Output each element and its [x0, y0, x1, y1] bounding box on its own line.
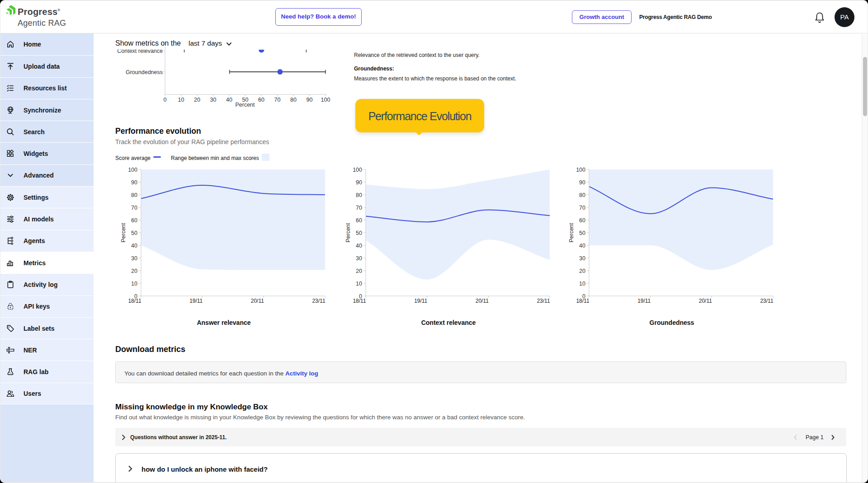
svg-text:40: 40 [579, 243, 585, 249]
svg-text:80: 80 [290, 97, 297, 103]
svg-text:20/11: 20/11 [699, 298, 712, 304]
svg-text:60: 60 [131, 217, 137, 224]
svg-text:Percent: Percent [345, 223, 351, 243]
svg-text:18/11: 18/11 [353, 298, 366, 304]
svg-text:30: 30 [210, 97, 217, 103]
svg-text:70: 70 [274, 97, 281, 103]
svg-text:60: 60 [579, 217, 585, 224]
svg-text:10: 10 [579, 281, 585, 287]
svg-text:70: 70 [131, 205, 137, 211]
svg-text:23/11: 23/11 [312, 298, 325, 304]
svg-text:Answer relevance: Answer relevance [197, 319, 250, 326]
svg-text:40: 40 [356, 243, 362, 249]
svg-text:50: 50 [579, 230, 585, 236]
svg-text:20: 20 [194, 97, 200, 103]
svg-text:10: 10 [131, 281, 137, 287]
svg-text:50: 50 [356, 230, 362, 236]
svg-text:19/11: 19/11 [637, 298, 651, 304]
svg-text:100: 100 [128, 167, 137, 173]
svg-text:Groundedness: Groundedness [650, 319, 694, 326]
svg-text:18/11: 18/11 [128, 298, 141, 304]
svg-text:50: 50 [131, 230, 137, 236]
svg-text:0: 0 [164, 97, 167, 103]
svg-text:30: 30 [579, 255, 585, 262]
svg-text:30: 30 [356, 255, 362, 262]
svg-text:20/11: 20/11 [476, 298, 489, 304]
svg-text:20: 20 [131, 268, 137, 274]
svg-text:19/11: 19/11 [189, 298, 203, 304]
svg-text:Percent: Percent [568, 223, 575, 243]
svg-text:30: 30 [131, 255, 137, 262]
svg-text:90: 90 [307, 97, 313, 103]
svg-text:60: 60 [258, 97, 264, 103]
svg-text:Context relevance: Context relevance [117, 48, 163, 54]
svg-text:90: 90 [579, 179, 585, 186]
svg-text:Percent: Percent [235, 102, 255, 108]
svg-text:20: 20 [356, 268, 362, 274]
svg-text:80: 80 [356, 192, 362, 198]
svg-text:90: 90 [356, 179, 362, 186]
svg-text:Percent: Percent [120, 223, 127, 243]
svg-text:Groundedness: Groundedness [126, 69, 163, 75]
svg-text:20: 20 [579, 268, 585, 274]
svg-text:100: 100 [576, 167, 585, 173]
svg-text:23/11: 23/11 [537, 298, 550, 304]
svg-text:Context relevance: Context relevance [421, 319, 476, 326]
svg-text:90: 90 [131, 179, 137, 186]
svg-text:60: 60 [356, 217, 362, 224]
svg-text:100: 100 [353, 167, 362, 173]
svg-text:10: 10 [356, 281, 362, 287]
svg-text:23/11: 23/11 [760, 298, 773, 304]
svg-text:70: 70 [579, 205, 585, 211]
svg-text:20/11: 20/11 [251, 298, 264, 304]
svg-text:70: 70 [356, 205, 362, 211]
svg-text:80: 80 [579, 192, 585, 198]
svg-text:80: 80 [131, 192, 137, 198]
svg-text:40: 40 [226, 97, 232, 103]
svg-text:19/11: 19/11 [414, 298, 427, 304]
svg-text:40: 40 [131, 243, 137, 249]
svg-text:10: 10 [178, 97, 184, 103]
svg-text:100: 100 [321, 97, 330, 103]
svg-text:18/11: 18/11 [576, 298, 589, 304]
